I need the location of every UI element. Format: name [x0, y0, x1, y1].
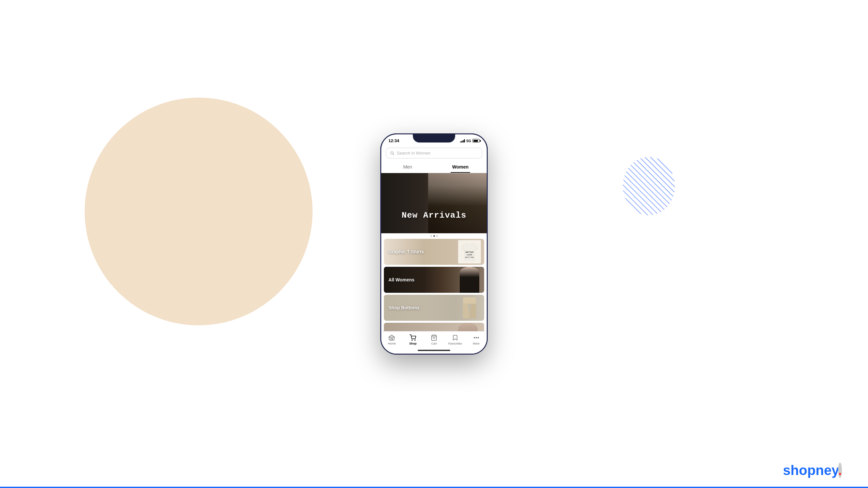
hero-background — [381, 173, 487, 233]
category-cards-list: BETTER LUCK NEXT TIME Graphic T-Shirts — [381, 239, 487, 331]
category-tabs: Men Women — [381, 161, 487, 173]
all-womens-label: All Womens — [389, 277, 414, 282]
bottoms-product-image — [461, 297, 477, 319]
nav-item-more[interactable]: More — [469, 334, 484, 345]
search-icon — [390, 151, 394, 155]
status-icons: 5G — [460, 139, 479, 143]
svg-rect-12 — [390, 337, 394, 340]
category-card-all-womens[interactable]: All Womens — [384, 267, 484, 293]
nav-cart-label: Cart — [431, 342, 437, 345]
hero-title: New Arrivals — [381, 210, 487, 220]
home-icon — [388, 334, 395, 341]
svg-point-17 — [474, 337, 475, 338]
bottom-navigation: Home Shop — [381, 331, 487, 347]
nav-item-favourites[interactable]: Favourites — [448, 334, 462, 345]
content-area[interactable]: New Arrivals — [381, 173, 487, 331]
dot-3 — [436, 235, 438, 237]
nav-item-cart[interactable]: Cart — [427, 334, 441, 345]
svg-text:LUCK: LUCK — [467, 254, 472, 256]
shop-bottoms-label: Shop Bottoms — [389, 305, 420, 311]
nav-favourites-label: Favourites — [448, 342, 462, 345]
svg-point-14 — [412, 340, 412, 340]
nav-shop-label: Shop — [409, 342, 417, 345]
search-placeholder-text: Search in Women — [397, 151, 430, 156]
category-card-graphic-tshirts[interactable]: BETTER LUCK NEXT TIME Graphic T-Shirts — [384, 239, 484, 265]
phone-frame: 12:34 5G Search in Women — [380, 133, 488, 355]
svg-point-18 — [476, 337, 477, 338]
svg-marker-11 — [469, 304, 476, 319]
logo-dot: . — [838, 463, 842, 478]
favourites-icon — [452, 334, 459, 341]
tab-men-label: Men — [403, 164, 412, 169]
tshirt-product-image: BETTER LUCK NEXT TIME — [458, 240, 481, 263]
background-lines-decoration — [619, 153, 679, 220]
tab-women-label: Women — [452, 164, 468, 169]
nav-home-label: Home — [388, 342, 396, 345]
signal-icon — [460, 139, 465, 142]
svg-point-15 — [415, 340, 415, 340]
dot-1 — [430, 235, 432, 237]
graphic-tshirts-label: Graphic T-Shirts — [389, 249, 424, 254]
phone-screen: 12:34 5G Search in Women — [381, 134, 487, 354]
background-circle — [85, 98, 313, 325]
svg-text:NEXT TIME: NEXT TIME — [465, 256, 474, 258]
search-bar[interactable]: Search in Women — [386, 148, 482, 158]
logo-text: shopney — [783, 463, 838, 478]
hero-overlay — [381, 173, 487, 233]
svg-marker-10 — [463, 304, 469, 319]
dot-2 — [433, 235, 435, 237]
nav-item-shop[interactable]: Shop — [406, 334, 420, 345]
network-label: 5G — [466, 139, 471, 143]
search-bar-container: Search in Women — [381, 145, 487, 161]
svg-line-4 — [393, 154, 394, 155]
nav-more-label: More — [473, 342, 479, 345]
category-card-fourth[interactable] — [384, 323, 484, 331]
status-time: 12:34 — [389, 138, 399, 143]
tab-women[interactable]: Women — [434, 161, 487, 173]
bottom-accent-line — [0, 487, 868, 488]
battery-icon — [472, 139, 479, 142]
home-indicator-bar — [418, 350, 450, 351]
category-card-shop-bottoms[interactable]: Shop Bottoms — [384, 295, 484, 321]
all-womens-model — [460, 267, 479, 293]
svg-point-19 — [477, 337, 478, 338]
tab-men[interactable]: Men — [381, 161, 434, 173]
shop-icon — [409, 334, 416, 341]
hero-banner[interactable]: New Arrivals — [381, 173, 487, 233]
shopney-logo: shopney. — [783, 463, 842, 478]
svg-text:BETTER: BETTER — [466, 251, 474, 253]
phone-notch — [413, 133, 455, 142]
battery-fill — [473, 140, 478, 142]
home-indicator — [381, 347, 487, 354]
svg-rect-13 — [391, 338, 393, 340]
nav-item-home[interactable]: Home — [384, 334, 399, 345]
cart-icon — [430, 334, 438, 341]
carousel-dots — [381, 233, 487, 239]
fourth-card-background — [384, 323, 484, 331]
svg-rect-9 — [463, 297, 476, 304]
svg-point-2 — [623, 157, 675, 215]
more-icon — [473, 334, 480, 341]
